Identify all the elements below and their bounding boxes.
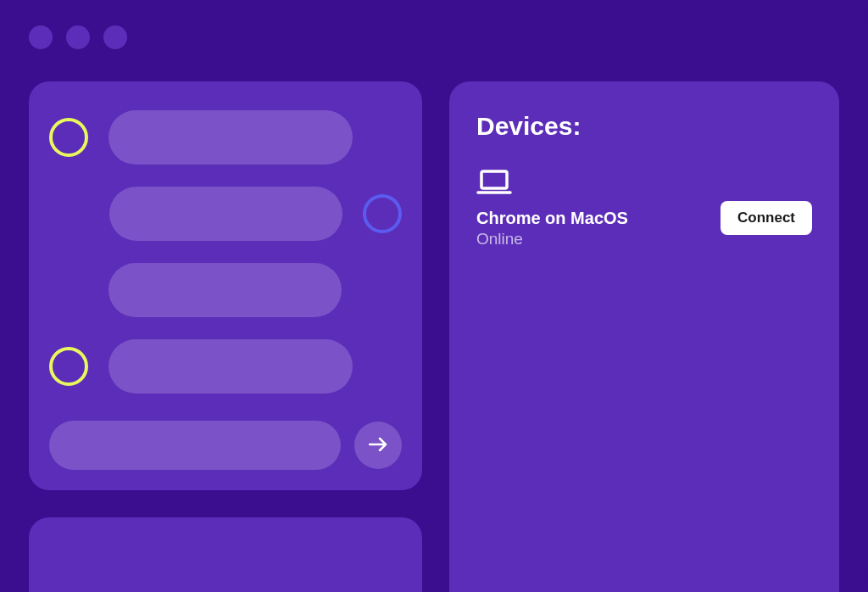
bottom-panel: [29, 517, 422, 592]
window-control-dot[interactable]: [103, 25, 127, 49]
device-row: Chrome on MacOS Online Connect: [476, 170, 812, 249]
chat-message-row: [49, 187, 402, 241]
chat-bubble: [108, 110, 353, 165]
arrow-right-icon: [369, 434, 387, 456]
avatar-icon: [49, 118, 88, 157]
window-controls: [0, 0, 868, 49]
send-button[interactable]: [354, 422, 402, 469]
chat-bubble: [108, 263, 342, 317]
main-content: Devices: Chrome on MacOS Online: [0, 49, 868, 592]
window-control-dot[interactable]: [66, 25, 90, 49]
device-info: Chrome on MacOS Online: [476, 170, 628, 249]
avatar-icon: [49, 347, 88, 386]
chat-bubble: [109, 187, 342, 241]
chat-input[interactable]: [49, 421, 341, 470]
chat-message-row: [49, 263, 402, 317]
window-control-dot[interactable]: [29, 25, 53, 49]
laptop-icon: [476, 170, 628, 198]
device-name: Chrome on MacOS: [476, 209, 628, 228]
chat-message-row: [49, 110, 402, 165]
avatar-icon: [363, 194, 402, 233]
svg-rect-0: [481, 171, 507, 188]
chat-panel: [29, 81, 422, 490]
devices-title: Devices:: [476, 112, 812, 141]
chat-input-row: [49, 421, 402, 470]
chat-bubble: [108, 339, 353, 394]
left-column: [29, 81, 422, 592]
connect-button[interactable]: Connect: [721, 201, 812, 235]
app-window: Devices: Chrome on MacOS Online: [0, 0, 868, 592]
chat-message-row: [49, 339, 402, 394]
device-status: Online: [476, 230, 628, 249]
devices-panel: Devices: Chrome on MacOS Online: [449, 81, 839, 592]
